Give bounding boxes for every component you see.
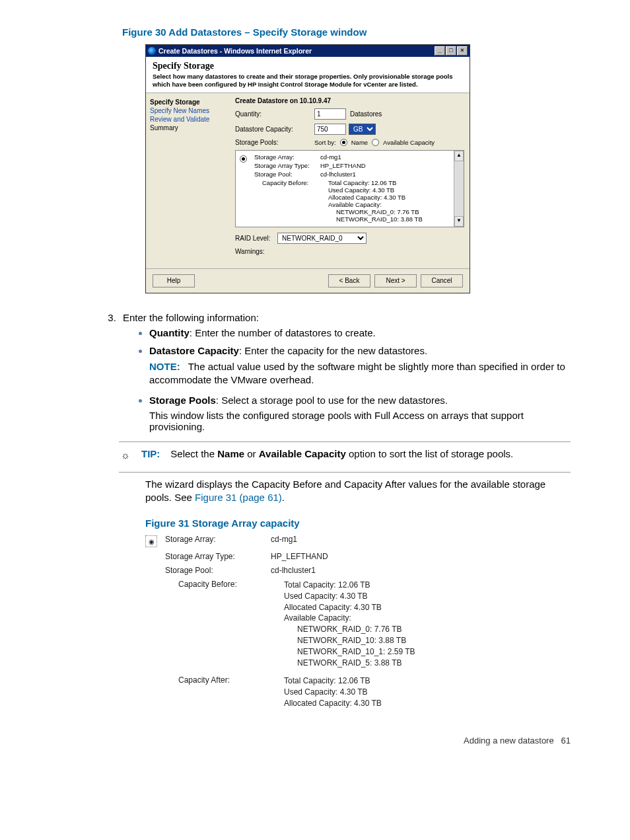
window-titlebar: Create Datastores - Windows Internet Exp… bbox=[146, 45, 470, 57]
sortby-avail-label: Available Capacity bbox=[383, 139, 435, 146]
tip-avail-bold: Available Capacity bbox=[259, 448, 346, 459]
step-3-sublist: Quantity: Enter the number of datastores… bbox=[137, 327, 571, 433]
capacity-unit-select[interactable]: GB bbox=[349, 124, 376, 135]
scroll-down-icon[interactable]: ▼ bbox=[454, 216, 464, 227]
screenshot-frame: Create Datastores - Windows Internet Exp… bbox=[145, 44, 470, 293]
detail-pool-label: Storage Pool: bbox=[165, 565, 271, 575]
wizard-content: Create Datastore on 10.10.9.47 Quantity:… bbox=[230, 93, 470, 268]
quantity-input[interactable] bbox=[314, 108, 346, 120]
scroll-up-icon[interactable]: ▲ bbox=[454, 151, 464, 161]
wizard-description: Select how many datastores to create and… bbox=[153, 73, 463, 89]
step-list: Enter the following information: Quantit… bbox=[87, 312, 571, 433]
pool-before-r10: NETWORK_RAID_10: 3.88 TB bbox=[328, 215, 452, 223]
page-footer: Adding a new datastore 61 bbox=[59, 736, 571, 745]
footer-page: 61 bbox=[561, 736, 571, 745]
warnings-label: Warnings: bbox=[235, 248, 464, 255]
separator bbox=[119, 472, 571, 473]
next-button[interactable]: Next > bbox=[374, 274, 417, 287]
bullet-capacity: Datastore Capacity: Enter the capacity f… bbox=[149, 345, 571, 387]
pool-before-r0: NETWORK_RAID_0: 7.76 TB bbox=[328, 208, 452, 215]
window-controls: _ □ × bbox=[435, 46, 468, 56]
figure-31-caption: Figure 31 Storage Array capacity bbox=[145, 517, 571, 529]
scrollbar[interactable]: ▲ ▼ bbox=[454, 151, 464, 227]
detail-before-r10: NETWORK_RAID_10: 3.88 TB bbox=[284, 635, 442, 646]
cancel-button[interactable]: Cancel bbox=[421, 274, 463, 287]
pool-before-label: Capacity Before: bbox=[254, 179, 328, 223]
pool-before-values: Total Capacity: 12.06 TB Used Capacity: … bbox=[328, 179, 452, 223]
raid-level-label: RAID Level: bbox=[235, 235, 273, 242]
detail-before-r0: NETWORK_RAID_0: 7.76 TB bbox=[284, 624, 442, 635]
nav-review-validate[interactable]: Review and Validate bbox=[150, 116, 226, 123]
content-title: Create Datastore on 10.10.9.47 bbox=[235, 97, 464, 104]
tip-callout: ☼ TIP:Select the Name or Available Capac… bbox=[119, 447, 571, 462]
minimize-button[interactable]: _ bbox=[435, 46, 445, 56]
note-text: The actual value used by the software mi… bbox=[149, 361, 565, 385]
post-tip-paragraph: The wizard displays the Capacity Before … bbox=[145, 478, 571, 505]
detail-after-values: Total Capacity: 12.06 TB Used Capacity: … bbox=[284, 675, 442, 708]
bullet-pools-text: : Select a storage pool to use for the n… bbox=[216, 395, 448, 406]
nav-specify-new-names[interactable]: Specify New Names bbox=[150, 107, 226, 114]
detail-pool-value: cd-lhcluster1 bbox=[271, 565, 442, 575]
note-label: NOTE: bbox=[149, 361, 180, 372]
detail-after-used: Used Capacity: 4.30 TB bbox=[284, 687, 442, 698]
pool-array-value: cd-mg1 bbox=[320, 153, 452, 161]
capacity-label: Datastore Capacity: bbox=[235, 126, 314, 133]
figure-31-link[interactable]: Figure 31 (page 61) bbox=[195, 492, 282, 503]
pool-type-value: HP_LEFTHAND bbox=[320, 162, 452, 169]
ie-icon bbox=[148, 47, 156, 55]
bullet-pools-label: Storage Pools bbox=[149, 395, 216, 406]
bullet-capacity-label: Datastore Capacity bbox=[149, 345, 239, 356]
nav-specify-storage[interactable]: Specify Storage bbox=[150, 98, 226, 106]
wizard-footer: Help < Back Next > Cancel bbox=[146, 268, 470, 293]
detail-before-label: Capacity Before: bbox=[165, 579, 284, 589]
detail-before-used: Used Capacity: 4.30 TB bbox=[284, 591, 442, 602]
step-3: Enter the following information: Quantit… bbox=[119, 312, 571, 433]
separator bbox=[119, 441, 571, 442]
wizard-title: Specify Storage bbox=[153, 61, 463, 71]
detail-radio[interactable]: ◉ bbox=[145, 535, 157, 547]
pool-before-used: Used Capacity: 4.30 TB bbox=[328, 186, 452, 194]
pool-before-avail: Available Capacity: bbox=[328, 201, 452, 208]
help-button[interactable]: Help bbox=[153, 274, 195, 287]
raid-level-select[interactable]: NETWORK_RAID_0 bbox=[277, 233, 367, 244]
close-button[interactable]: × bbox=[457, 46, 468, 56]
nav-summary[interactable]: Summary bbox=[150, 124, 226, 132]
sortby-label: Sort by: bbox=[314, 139, 336, 146]
detail-array-label: Storage Array: bbox=[165, 534, 271, 544]
detail-before-avail: Available Capacity: bbox=[284, 613, 442, 624]
pool-before-total: Total Capacity: 12.06 TB bbox=[328, 179, 452, 186]
tip-name-bold: Name bbox=[217, 448, 244, 459]
bullet-pools-followup: This window lists the configured storage… bbox=[149, 410, 571, 432]
sortby-avail-radio[interactable] bbox=[372, 139, 379, 146]
bullet-quantity-label: Quantity bbox=[149, 327, 190, 338]
pool-array-label: Storage Array: bbox=[254, 153, 320, 161]
tip-icon: ☼ bbox=[119, 447, 132, 462]
figure-30-caption: Figure 30 Add Datastores – Specify Stora… bbox=[122, 26, 571, 38]
bullet-quantity-text: : Enter the number of datastores to crea… bbox=[190, 327, 376, 338]
wizard-body: Specify Storage Specify New Names Review… bbox=[146, 93, 470, 268]
detail-before-r5: NETWORK_RAID_5: 3.88 TB bbox=[284, 658, 442, 669]
tip-text-a: Select the bbox=[170, 448, 217, 459]
bullet-pools: Storage Pools: Select a storage pool to … bbox=[149, 395, 571, 432]
wizard-nav: Specify Storage Specify New Names Review… bbox=[146, 93, 230, 268]
bullet-capacity-text: : Enter the capacity for the new datasto… bbox=[239, 345, 427, 356]
quantity-unit: Datastores bbox=[350, 110, 382, 118]
step-3-intro: Enter the following information: bbox=[123, 312, 259, 323]
wizard-header: Specify Storage Select how many datastor… bbox=[146, 57, 470, 93]
detail-after-alloc: Allocated Capacity: 4.30 TB bbox=[284, 698, 442, 709]
pool-name-label: Storage Pool: bbox=[254, 171, 320, 178]
maximize-button[interactable]: □ bbox=[446, 46, 456, 56]
sortby-name-radio[interactable] bbox=[340, 139, 347, 146]
capacity-input[interactable] bbox=[314, 124, 346, 135]
pool-radio[interactable] bbox=[240, 155, 247, 163]
detail-after-label: Capacity After: bbox=[165, 675, 284, 685]
back-button[interactable]: < Back bbox=[328, 274, 370, 287]
tip-text-b: or bbox=[244, 448, 259, 459]
figure-31-block: ◉ Storage Array: cd-mg1 Storage Array Ty… bbox=[145, 534, 442, 709]
quantity-label: Quantity: bbox=[235, 110, 314, 118]
detail-before-values: Total Capacity: 12.06 TB Used Capacity: … bbox=[284, 579, 442, 668]
pool-type-label: Storage Array Type: bbox=[254, 162, 320, 169]
bullet-quantity: Quantity: Enter the number of datastores… bbox=[149, 327, 571, 338]
detail-before-alloc: Allocated Capacity: 4.30 TB bbox=[284, 602, 442, 613]
detail-array-value: cd-mg1 bbox=[271, 534, 442, 544]
